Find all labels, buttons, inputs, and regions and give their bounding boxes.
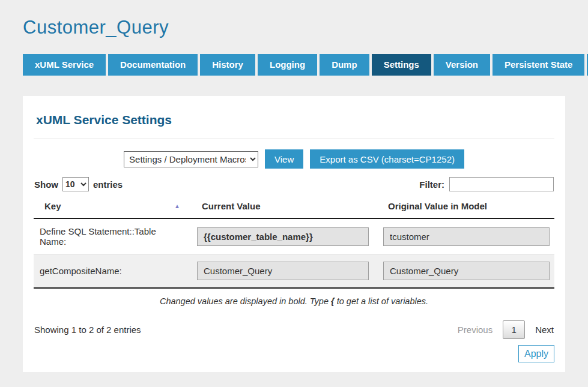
page-length-control: Show 10 entries <box>34 177 123 191</box>
pagination: Previous 1 Next <box>458 320 554 339</box>
sort-ascending-icon: ▲ <box>174 203 180 209</box>
entries-label: entries <box>93 179 123 190</box>
view-button[interactable]: View <box>265 149 303 169</box>
export-csv-button[interactable]: Export as CSV (charset=CP1252) <box>310 149 464 169</box>
current-value-input[interactable] <box>197 227 369 246</box>
original-value-input[interactable] <box>383 227 550 246</box>
panel-heading: xUML Service Settings <box>36 113 554 127</box>
table-row: Define SQL Statement::Table Name: <box>34 218 554 254</box>
row-current-value-cell <box>191 218 377 254</box>
original-value-input[interactable] <box>383 262 550 280</box>
pagination-page-1[interactable]: 1 <box>503 320 525 339</box>
heading-divider <box>34 139 554 139</box>
row-key-label: getCompositeName: <box>34 254 191 289</box>
tab-bar: xUML Service Documentation History Loggi… <box>23 54 565 76</box>
tab-dump[interactable]: Dump <box>320 54 369 76</box>
tab-documentation[interactable]: Documentation <box>108 54 198 76</box>
tab-logging[interactable]: Logging <box>258 54 317 76</box>
filter-label: Filter: <box>419 179 444 190</box>
table-row: getCompositeName: <box>34 254 554 289</box>
pagination-next[interactable]: Next <box>535 325 554 335</box>
filter-control: Filter: <box>419 177 554 191</box>
page: Customer_Query xUML Service Documentatio… <box>0 17 588 372</box>
category-select[interactable]: Settings / Deployment Macros <box>124 151 258 167</box>
tab-history[interactable]: History <box>200 54 255 76</box>
column-header-original-value[interactable]: Original Value in Model <box>377 196 554 218</box>
note-prefix: Changed values are displayed in bold. Ty… <box>160 296 331 306</box>
column-header-current-value[interactable]: Current Value <box>191 196 377 218</box>
tab-version[interactable]: Version <box>434 54 490 76</box>
row-original-value-cell <box>377 254 554 289</box>
row-key-label: Define SQL Statement::Table Name: <box>34 218 191 254</box>
tab-xuml-service[interactable]: xUML Service <box>23 54 106 76</box>
table-footer-row: Showing 1 to 2 of 2 entries Previous 1 N… <box>34 320 554 339</box>
controls-row: Settings / Deployment Macros View Export… <box>34 149 554 169</box>
entries-info: Showing 1 to 2 of 2 entries <box>34 325 141 335</box>
apply-row: Apply <box>34 345 554 362</box>
page-length-select[interactable]: 10 <box>62 177 89 191</box>
row-original-value-cell <box>377 218 554 254</box>
length-filter-row: Show 10 entries Filter: <box>34 177 554 191</box>
settings-panel: xUML Service Settings Settings / Deploym… <box>23 96 565 372</box>
show-label: Show <box>34 179 58 190</box>
column-header-key[interactable]: Key ▲ <box>34 196 191 218</box>
page-title: Customer_Query <box>23 17 565 38</box>
note-suffix: to get a list of variables. <box>335 296 428 306</box>
row-current-value-cell <box>191 254 377 289</box>
settings-table: Key ▲ Current Value Original Value in Mo… <box>34 196 554 289</box>
table-header-row: Key ▲ Current Value Original Value in Mo… <box>34 196 554 218</box>
filter-input[interactable] <box>449 177 554 191</box>
changed-values-note: Changed values are displayed in bold. Ty… <box>34 296 554 306</box>
tab-persistent-state[interactable]: Persistent State <box>493 54 584 76</box>
tab-settings[interactable]: Settings <box>372 54 431 76</box>
pagination-previous[interactable]: Previous <box>458 325 493 335</box>
apply-button[interactable]: Apply <box>518 345 554 362</box>
current-value-input[interactable] <box>197 262 369 280</box>
column-header-key-label: Key <box>44 201 61 211</box>
